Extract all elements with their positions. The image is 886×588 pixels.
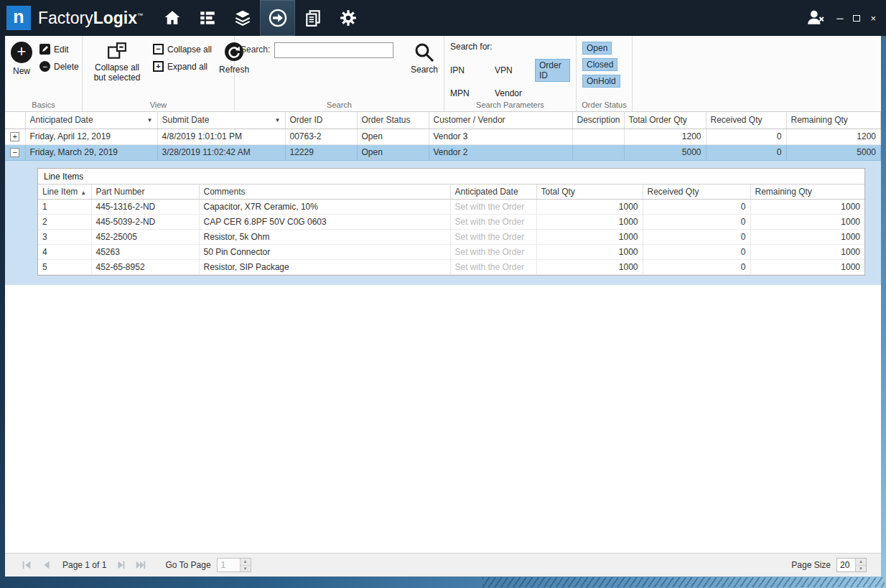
prev-page-icon	[41, 559, 52, 571]
order-row[interactable]: + Friday, April 12, 2019 4/8/2019 1:01:0…	[5, 129, 881, 144]
nav-materials-button[interactable]	[225, 0, 260, 36]
nav-settings-button[interactable]	[330, 0, 365, 36]
collapse-selected-icon	[107, 42, 127, 60]
empty-grid-space	[5, 285, 881, 553]
param-mpn[interactable]: MPN	[450, 88, 470, 98]
order-cell: 5000	[786, 144, 881, 160]
param-vpn[interactable]: VPN	[495, 65, 513, 75]
li-col-comments[interactable]: Comments	[199, 185, 450, 200]
li-col-received-qty[interactable]: Received Qty	[643, 185, 750, 200]
li-col-remaining-qty[interactable]: Remaining Qty	[750, 185, 864, 200]
nav-receiving-button[interactable]	[260, 0, 295, 36]
ribbon-group-order-status: Open Closed OnHold Order Status	[577, 36, 633, 111]
next-page-icon	[115, 559, 126, 571]
spin-up-icon[interactable]: ▲	[241, 559, 251, 566]
goto-page-input[interactable]: 1 ▲▼	[217, 558, 251, 572]
spin-up-icon[interactable]: ▲	[856, 559, 866, 566]
order-row-selected[interactable]: − Friday, March 29, 2019 3/28/2019 11:02…	[5, 144, 881, 160]
line-item-row[interactable]: 3 452-25005 Resistor, 5k Ohm Set with th…	[38, 230, 864, 245]
gear-icon	[339, 9, 358, 27]
collapse-row-button[interactable]: −	[10, 148, 19, 157]
last-page-button[interactable]	[134, 558, 148, 572]
status-closed[interactable]: Closed	[582, 58, 617, 71]
col-order-id[interactable]: Order ID	[285, 112, 357, 129]
order-cell: 1200	[624, 129, 706, 144]
collapse-all-button[interactable]: − Collapse all	[153, 44, 212, 55]
brand-first: Factory	[38, 9, 93, 27]
main-nav	[154, 0, 365, 36]
resize-grip[interactable]	[482, 577, 885, 587]
new-button[interactable]: + New	[11, 42, 32, 76]
titlebar-right: ─ ×	[805, 8, 886, 29]
li-col-anticipated-date[interactable]: Anticipated Date	[450, 185, 536, 200]
nav-production-button[interactable]	[190, 0, 225, 36]
app-window: n FactoryLogix™	[0, 0, 886, 588]
last-page-icon	[135, 559, 146, 571]
ribbon-group-search-parameters: Search for: IPN VPN Order ID MPN Vendor …	[444, 36, 577, 111]
minimize-button[interactable]: ─	[836, 14, 843, 23]
maximize-button[interactable]	[853, 14, 860, 23]
search-button[interactable]: Search	[411, 42, 438, 75]
app-title: FactoryLogix™	[38, 9, 143, 28]
goto-page-spinner[interactable]: ▲▼	[240, 559, 251, 571]
col-description[interactable]: Description	[572, 112, 624, 129]
li-col-line-item[interactable]: Line Item▲	[38, 185, 91, 200]
nav-documents-button[interactable]	[295, 0, 330, 36]
col-remaining-qty[interactable]: Remaining Qty	[786, 112, 881, 129]
title-bar: n FactoryLogix™	[0, 0, 886, 36]
line-items-panel: Line Items Line Item▲ Part Number Commen…	[37, 168, 865, 276]
line-items-header-row: Line Item▲ Part Number Comments Anticipa…	[38, 185, 864, 200]
goto-page-value: 1	[218, 559, 240, 571]
edit-button[interactable]: Edit	[39, 44, 79, 55]
order-cell: 1200	[786, 129, 881, 144]
spin-down-icon[interactable]: ▼	[241, 566, 251, 572]
main-area: + New Edit − Delete Basics	[5, 36, 881, 577]
order-cell: Open	[357, 129, 429, 144]
spin-down-icon[interactable]: ▼	[856, 566, 866, 572]
nav-home-button[interactable]	[154, 0, 190, 36]
col-customer-vendor[interactable]: Customer / Vendor	[429, 112, 572, 129]
close-button[interactable]: ×	[870, 14, 876, 23]
collapse-all-but-selected-button[interactable]: Collapse all but selected	[88, 42, 146, 83]
group-label-search-parameters: Search Parameters	[444, 101, 576, 109]
col-total-order-qty[interactable]: Total Order Qty	[624, 112, 706, 129]
col-anticipated-date[interactable]: Anticipated Date▼	[25, 112, 157, 129]
first-page-button[interactable]	[19, 558, 34, 572]
orders-table: Anticipated Date▼ Submit Date▼ Order ID …	[5, 112, 881, 161]
expand-all-icon: +	[153, 61, 164, 72]
line-item-row[interactable]: 2 445-5039-2-ND CAP CER 6.8PF 50V C0G 06…	[38, 215, 864, 230]
col-submit-date[interactable]: Submit Date▼	[157, 112, 285, 129]
next-page-button[interactable]	[113, 558, 128, 572]
param-order-id[interactable]: Order ID	[535, 59, 570, 82]
search-input[interactable]	[274, 42, 393, 58]
user-logout-button[interactable]	[805, 8, 826, 29]
order-cell	[572, 144, 624, 160]
param-ipn[interactable]: IPN	[450, 65, 465, 75]
expand-row-button[interactable]: +	[10, 132, 19, 141]
ribbon-group-search: Search: Search Search	[235, 36, 444, 111]
page-size-select[interactable]: 20 ▲▼	[836, 558, 867, 572]
filter-arrow-icon[interactable]: ▼	[275, 117, 281, 123]
li-col-part-number[interactable]: Part Number	[91, 185, 199, 200]
delete-button[interactable]: − Delete	[39, 61, 79, 72]
col-order-status[interactable]: Order Status	[357, 112, 429, 129]
expand-all-button[interactable]: + Expand all	[153, 61, 212, 72]
line-item-row[interactable]: 5 452-65-8952 Resistor, SIP Package Set …	[38, 260, 864, 275]
brand-second: Logix	[93, 9, 137, 27]
order-cell: 12229	[285, 144, 357, 160]
logo-letter: n	[13, 8, 24, 28]
order-cell: 3/28/2019 11:02:42 AM	[157, 144, 285, 160]
param-vendor[interactable]: Vendor	[495, 88, 522, 98]
status-onhold[interactable]: OnHold	[582, 75, 620, 88]
line-item-row[interactable]: 1 445-1316-2-ND Capacitor, X7R Ceramic, …	[38, 200, 864, 215]
order-detail-expansion: Line Items Line Item▲ Part Number Commen…	[5, 161, 881, 286]
status-open[interactable]: Open	[582, 42, 612, 55]
prev-page-button[interactable]	[39, 558, 54, 572]
group-label-basics: Basics	[5, 101, 82, 109]
filter-arrow-icon[interactable]: ▼	[147, 117, 153, 123]
line-item-row[interactable]: 4 45263 50 Pin Connector Set with the Or…	[38, 245, 864, 260]
col-received-qty[interactable]: Received Qty	[706, 112, 786, 129]
li-col-total-qty[interactable]: Total Qty	[536, 185, 643, 200]
page-size-spinner[interactable]: ▲▼	[855, 559, 866, 571]
user-x-icon	[805, 8, 826, 27]
